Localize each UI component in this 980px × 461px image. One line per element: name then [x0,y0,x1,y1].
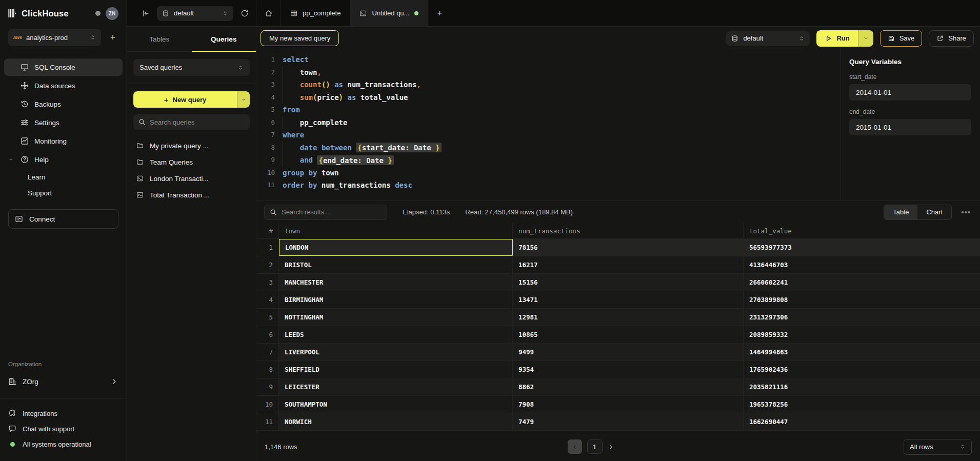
cell-num-transactions[interactable]: 13471 [513,291,744,308]
sidebar-subitem-support[interactable]: Support [0,185,127,201]
cell-num-transactions[interactable]: 7479 [513,413,744,430]
run-options-dropdown[interactable] [858,30,873,47]
new-tab-button[interactable]: + [428,0,451,26]
search-icon [270,209,277,216]
sidebar-item-settings[interactable]: Settings [4,114,123,131]
cell-total-value[interactable]: 2313297306 [744,309,980,326]
cluster-selector[interactable]: aws analytics-prod [8,29,101,46]
cell-total-value[interactable]: 56593977373 [744,239,980,256]
cell-town[interactable]: SOUTHAMPTON [279,396,513,413]
sidebar-item-help[interactable]: Help [4,151,123,168]
cell-num-transactions[interactable]: 7908 [513,396,744,413]
cell-total-value[interactable]: 1765902436 [744,361,980,378]
panel-tab-tables[interactable]: Tables [127,27,192,51]
saved-query-team-queries[interactable]: Team Queries [127,154,256,170]
cell-town[interactable]: LIVERPOOL [279,344,513,360]
add-service-button[interactable]: + [106,31,119,44]
new-query-dropdown[interactable] [237,91,250,108]
cell-num-transactions[interactable]: 15156 [513,274,744,291]
organization-item[interactable]: ZOrg [0,372,127,391]
cell-num-transactions[interactable]: 12981 [513,309,744,326]
tab-pp-complete[interactable]: pp_complete [281,0,350,26]
cell-town[interactable]: BIRMINGHAM [279,291,513,308]
query-name-pill[interactable]: My new saved query [261,30,339,46]
cell-town[interactable]: NOTTINGHAM [279,309,513,326]
ellipsis-icon[interactable]: ••• [959,208,973,216]
column-header-town[interactable]: town [279,223,513,238]
user-avatar[interactable]: ZN [106,7,118,20]
run-button[interactable]: Run [816,30,873,47]
cell-town[interactable]: LEEDS [279,326,513,343]
table-row: 4BIRMINGHAM134712703899808 [256,291,980,309]
search-results-input[interactable]: Search results... [264,205,387,220]
cell-total-value[interactable]: 1662690447 [744,413,980,430]
cell-town[interactable]: NORWICH [279,413,513,430]
cell-town[interactable]: LEICESTER [279,378,513,395]
share-button[interactable]: Share [929,30,974,47]
sidebar-item-monitoring[interactable]: Monitoring [4,132,123,150]
cell-total-value[interactable]: 4136446703 [744,256,980,273]
cell-num-transactions[interactable]: 10865 [513,326,744,343]
query-parameter-chip[interactable]: {start_date: Date } [356,143,441,152]
page-number[interactable]: 1 [587,439,603,454]
topbar-database-selector[interactable]: default [157,6,233,21]
cell-total-value[interactable]: 2660602241 [744,274,980,291]
cell-num-transactions[interactable]: 78156 [513,239,744,256]
panel-tab-queries[interactable]: Queries [192,27,256,51]
save-button[interactable]: Save [880,30,923,47]
footer-item-integrations[interactable]: Integrations [8,406,118,421]
connect-label: Connect [29,215,55,223]
start-date-input[interactable]: 2014-01-01 [849,84,971,101]
cell-total-value[interactable]: 2035821116 [744,378,980,395]
column-header-total-value[interactable]: total_value [744,223,980,238]
refresh-icon[interactable] [241,9,249,17]
search-queries-input[interactable]: Search queries [133,114,250,130]
cell-num-transactions[interactable]: 9354 [513,361,744,378]
home-tab[interactable] [256,0,281,26]
tab-untitled-qu[interactable]: Untitled qu... [350,0,428,26]
end-date-input[interactable]: 2015-01-01 [849,119,971,135]
cell-total-value[interactable]: 1965378256 [744,396,980,413]
chart-view-button[interactable]: Chart [917,205,951,219]
sidebar-item-data-sources[interactable]: Data sources [4,77,123,94]
cell-total-value[interactable]: 2089859332 [744,326,980,343]
next-page-button[interactable]: › [608,442,614,451]
connect-button[interactable]: Connect [8,209,118,229]
collapse-sidebar-icon[interactable] [142,9,150,17]
cell-num-transactions[interactable]: 9499 [513,344,744,360]
cell-town[interactable]: MANCHESTER [279,274,513,291]
query-parameter-chip[interactable]: {end_date: Date } [317,155,393,165]
cell-num-transactions[interactable]: 16217 [513,256,744,273]
footer-item-all-systems-operational[interactable]: All systems operational [8,436,118,452]
code-line: 5from [262,104,841,116]
sidebar-item-label: Backups [34,101,61,108]
new-query-button[interactable]: + New query [133,91,250,108]
cell-total-value[interactable]: 2703899808 [744,291,980,308]
row-index: 7 [256,344,279,360]
results-body: 1LONDON78156565939773732BRISTOL162174136… [256,239,980,431]
chevron-updown-icon [798,35,805,42]
row-index: 9 [256,378,279,395]
sidebar-item-backups[interactable]: Backups [4,95,123,113]
saved-query-total-transaction[interactable]: Total Transaction ... [127,187,256,203]
saved-query-london-transacti[interactable]: London Transacti... [127,170,256,187]
cell-town[interactable]: LONDON [279,239,513,256]
cell-town[interactable]: BRISTOL [279,256,513,273]
table-view-button[interactable]: Table [884,205,917,219]
column-header-index[interactable]: # [256,223,279,238]
sql-editor[interactable]: 1select2 town,3 count() as num_transacti… [256,49,841,201]
code-line: 9 and {end_date: Date } [262,154,841,167]
prev-page-button[interactable]: ‹ [568,439,582,454]
saved-query-my-private-query[interactable]: My private query ... [127,137,256,154]
saved-queries-filter[interactable]: Saved queries [133,59,250,76]
column-header-num-transactions[interactable]: num_transactions [513,223,744,238]
sidebar-item-sql-console[interactable]: SQL Console [4,58,123,76]
footer-item-chat-with-support[interactable]: Chat with support [8,421,118,436]
page-size-selector[interactable]: All rows [904,439,972,455]
cell-num-transactions[interactable]: 8862 [513,378,744,395]
editor-database-selector[interactable]: default [726,31,810,46]
cell-town[interactable]: SHEFFIELD [279,361,513,378]
sidebar-subitem-learn[interactable]: Learn [0,169,127,185]
cell-total-value[interactable]: 1464994863 [744,344,980,360]
brand-status-dot [95,11,101,16]
